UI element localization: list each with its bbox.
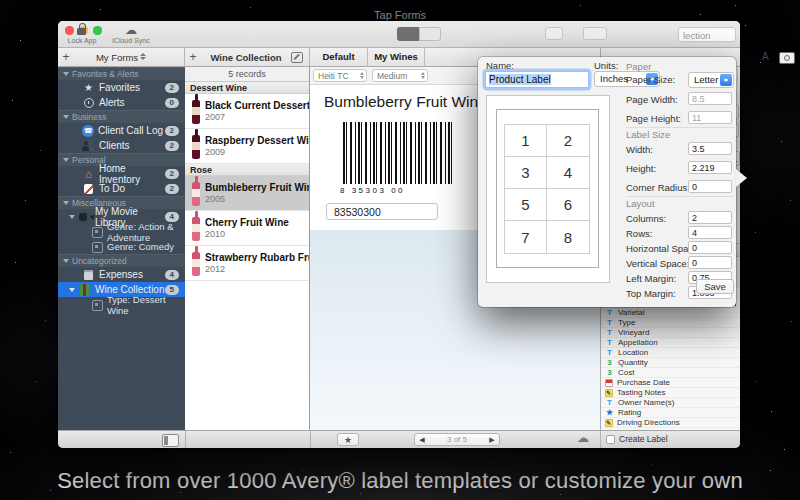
horizontal-space-field[interactable]: 0	[688, 241, 732, 254]
add-record-button[interactable]: +	[185, 50, 201, 64]
font-weight-popup[interactable]: Medium	[372, 69, 428, 82]
compose-icon[interactable]	[291, 52, 303, 63]
label-preview-page: 1 2 3 4 5 6 7 8	[496, 109, 599, 268]
previous-record-button[interactable]: ◀	[415, 436, 429, 444]
save-button[interactable]: Save	[696, 279, 734, 294]
sidebar-item-alerts[interactable]: Alerts0	[58, 95, 185, 110]
tap-forms-window: Lock App ☁ iCloud Sync lection + My Form…	[58, 21, 740, 448]
record-title: Bumbleberry Fruit Wine	[324, 93, 487, 111]
field-row[interactable]: Owner Name(s)	[601, 398, 740, 408]
columns-field[interactable]: 2	[688, 211, 732, 224]
sidebar-item-type-dessert-wine[interactable]: Type: Dessert Wine	[58, 297, 185, 312]
text-field-icon	[605, 338, 614, 347]
field-row[interactable]: Location	[601, 348, 740, 358]
label-cell: 8	[547, 221, 589, 253]
paper-size-popup[interactable]: Letter	[688, 72, 734, 88]
section-favorites-alerts[interactable]: Favorites & Alerts	[58, 67, 185, 80]
page-height-field[interactable]: 11	[688, 111, 732, 124]
create-label-checkbox[interactable]	[606, 435, 615, 444]
lock-app-button[interactable]: Lock App	[60, 23, 104, 44]
field-row[interactable]: Vineyard	[601, 328, 740, 338]
field-row[interactable]: Varietal	[601, 308, 740, 318]
sidebar-item-home-inventory[interactable]: Home Inventory2	[58, 166, 185, 181]
icloud-sync-button[interactable]: ☁ iCloud Sync	[106, 23, 156, 44]
number-field-icon	[605, 368, 614, 377]
field-row[interactable]: Type	[601, 318, 740, 328]
group-header-rose: Rose	[185, 164, 309, 176]
cloud-upload-icon[interactable]: ☁	[577, 431, 589, 445]
text-style-icon[interactable]: A	[762, 51, 769, 62]
sidebar-item-clients[interactable]: Clients2	[58, 138, 185, 153]
field-row[interactable]: Driving Directions	[601, 418, 740, 428]
label-cell: 4	[547, 157, 589, 189]
wine-bottle-thumbnail	[192, 217, 200, 241]
tab-default-layout[interactable]: Default Layout	[310, 48, 368, 66]
record-row[interactable]: Raspberry Dessert Wine2009	[185, 129, 309, 164]
field-row[interactable]: Cost	[601, 368, 740, 378]
tab-my-wines[interactable]: My Wines	[368, 48, 425, 66]
search-field[interactable]: lection	[678, 27, 736, 42]
page-width-field[interactable]: 8.5	[688, 92, 732, 105]
record-row[interactable]: Black Current Dessert Wine2007	[185, 94, 309, 129]
record-row-selected[interactable]: Bumbleberry Fruit Wine2005	[185, 176, 309, 211]
section-uncategorized[interactable]: Uncategorized	[58, 254, 185, 267]
view-segment-dark[interactable]	[397, 27, 419, 41]
label-cell: 5	[505, 189, 547, 221]
field-row[interactable]: Tasting Notes	[601, 388, 740, 398]
add-form-button[interactable]: +	[58, 50, 74, 64]
marketing-caption: Select from over 1000 Avery® label templ…	[0, 468, 800, 494]
field-row[interactable]: Purchase Date	[601, 378, 740, 388]
movie-camera-icon	[78, 211, 91, 223]
sidebar-item-genre-comedy[interactable]: Genre: Comedy	[58, 239, 185, 254]
count-badge: 2	[165, 83, 179, 93]
corner-radius-label: Corner Radius:	[626, 182, 690, 193]
app-title: Tap Forms	[0, 9, 800, 21]
favorite-record-button[interactable]: ★	[337, 433, 359, 446]
sidebar-item-favorites[interactable]: Favorites2	[58, 80, 185, 95]
saved-search-icon	[92, 227, 103, 238]
records-header: + Wine Collection	[185, 48, 310, 66]
sidebar-item-client-call-log[interactable]: Client Call Log2	[58, 123, 185, 138]
font-family-popup[interactable]: Heiti TC	[313, 69, 367, 82]
sidebar-title[interactable]: My Forms	[74, 52, 168, 63]
count-badge: 2	[165, 169, 179, 179]
section-business[interactable]: Business	[58, 110, 185, 123]
upc-barcode	[343, 122, 453, 184]
upc-field[interactable]: 83530300	[326, 203, 438, 220]
disclosure-icon[interactable]	[69, 288, 75, 292]
disclosure-icon[interactable]	[69, 215, 75, 219]
width-field[interactable]: 3.5	[688, 142, 732, 155]
label-cell: 2	[547, 125, 589, 157]
vertical-space-field[interactable]: 0	[688, 256, 732, 269]
field-list: Vintage UPC Varietal Type Vineyard Appel…	[601, 288, 740, 430]
popup-arrows-icon	[720, 74, 732, 86]
name-label: Name:	[486, 60, 514, 71]
divider	[626, 127, 734, 128]
rows-field[interactable]: 4	[688, 226, 732, 239]
text-field-icon	[605, 308, 614, 317]
sidebar-header: + My Forms	[58, 48, 185, 66]
records-title: Wine Collection	[201, 52, 291, 63]
next-record-button[interactable]: ▶	[485, 436, 499, 444]
toolbar-button[interactable]	[545, 27, 563, 40]
height-field[interactable]: 2.219	[688, 161, 732, 174]
sidebar-item-to-do[interactable]: To Do2	[58, 181, 185, 196]
sidebar-toggle-button[interactable]	[162, 434, 179, 447]
saved-search-icon	[92, 300, 103, 311]
house-icon	[82, 168, 95, 180]
toolbar-button[interactable]	[583, 27, 607, 40]
alarm-clock-icon	[82, 97, 95, 109]
sidebar-item-genre-action[interactable]: Genre: Action & Adventure	[58, 224, 185, 239]
record-row[interactable]: Cherry Fruit Wine2010	[185, 211, 309, 246]
corner-radius-field[interactable]: 0	[688, 180, 732, 193]
label-name-field[interactable]: Product Label	[485, 71, 589, 88]
field-row[interactable]: Appellation	[601, 338, 740, 348]
view-segment-light[interactable]	[419, 27, 441, 41]
field-row[interactable]: Quantity	[601, 358, 740, 368]
sidebar-item-expenses[interactable]: Expenses4	[58, 267, 185, 282]
record-row[interactable]: Strawberry Rubarb Fruit Wine2012	[185, 246, 309, 281]
text-field-icon	[605, 318, 614, 327]
field-row[interactable]: Rating	[601, 408, 740, 418]
wine-bottle-thumbnail	[192, 135, 200, 159]
camera-icon[interactable]	[779, 52, 795, 64]
